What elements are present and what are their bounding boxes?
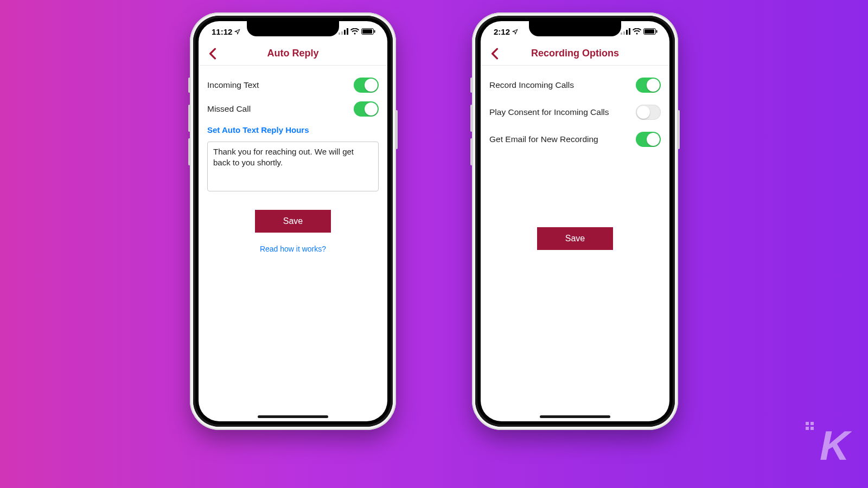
volume-up-button — [188, 105, 190, 132]
location-icon — [234, 29, 240, 35]
svg-rect-1 — [341, 31, 343, 35]
toggle-knob — [365, 102, 378, 115]
phone-screen: 2:12 Recording Options — [481, 21, 669, 421]
setting-label: Incoming Text — [207, 80, 259, 90]
toggle-record-incoming[interactable] — [636, 78, 661, 93]
svg-rect-9 — [626, 30, 628, 35]
phone-frame: 2:12 Recording Options — [475, 16, 675, 427]
phone-screen: 11:12 Auto Reply — [199, 21, 387, 421]
battery-icon — [643, 28, 658, 35]
watermark-dots-icon — [806, 422, 814, 430]
toggle-incoming-text[interactable] — [354, 78, 379, 93]
setting-row-play-consent: Play Consent for Incoming Calls — [489, 100, 661, 124]
volume-up-button — [470, 105, 473, 132]
status-time: 2:12 — [494, 27, 510, 36]
toggle-play-consent[interactable] — [636, 105, 661, 120]
nav-title: Auto Reply — [267, 48, 318, 59]
toggle-knob — [637, 106, 650, 119]
phone-frame: 11:12 Auto Reply — [193, 16, 393, 427]
toggle-knob — [647, 133, 660, 146]
back-button[interactable] — [485, 42, 505, 65]
chevron-left-icon — [208, 48, 217, 60]
setting-row-incoming-text: Incoming Text — [207, 73, 379, 97]
svg-rect-2 — [344, 30, 346, 35]
settings-content: Record Incoming Calls Play Consent for I… — [481, 66, 669, 250]
svg-rect-12 — [644, 29, 654, 34]
status-time: 11:12 — [212, 27, 232, 36]
cellular-icon — [621, 28, 630, 35]
setting-label: Get Email for New Recording — [489, 134, 598, 144]
svg-rect-6 — [374, 30, 375, 33]
watermark-letter: K — [820, 425, 847, 466]
nav-header: Recording Options — [481, 42, 669, 66]
setting-row-missed-call: Missed Call — [207, 97, 379, 121]
svg-rect-13 — [656, 30, 658, 33]
svg-rect-5 — [362, 29, 372, 34]
phone-right: 2:12 Recording Options — [472, 12, 678, 430]
home-indicator[interactable] — [258, 415, 328, 418]
cellular-icon — [339, 28, 348, 35]
svg-rect-3 — [347, 28, 348, 35]
mute-switch — [188, 78, 190, 93]
setting-label: Play Consent for Incoming Calls — [489, 107, 609, 117]
how-it-works-link[interactable]: Read how it works? — [260, 245, 326, 253]
svg-rect-7 — [621, 33, 622, 35]
svg-rect-0 — [339, 33, 340, 35]
svg-rect-10 — [629, 28, 630, 35]
notch — [247, 21, 339, 36]
settings-content: Incoming Text Missed Call Set Auto Text … — [199, 66, 387, 253]
svg-rect-8 — [623, 31, 625, 35]
save-button[interactable]: Save — [537, 227, 613, 250]
setting-label: Record Incoming Calls — [489, 80, 574, 90]
watermark: K — [820, 425, 847, 466]
battery-icon — [361, 28, 375, 35]
chevron-left-icon — [490, 48, 499, 60]
toggle-knob — [365, 79, 378, 92]
wifi-icon — [350, 28, 359, 35]
toggle-email-recording[interactable] — [636, 132, 661, 147]
power-button — [678, 110, 680, 149]
setting-label: Missed Call — [207, 104, 251, 114]
auto-reply-textarea[interactable] — [207, 142, 379, 191]
link-row: Set Auto Text Reply Hours — [207, 121, 379, 142]
nav-header: Auto Reply — [199, 42, 387, 66]
toggle-missed-call[interactable] — [354, 101, 379, 117]
power-button — [395, 110, 398, 149]
setting-row-record-incoming: Record Incoming Calls — [489, 73, 661, 97]
phone-left: 11:12 Auto Reply — [190, 12, 396, 430]
mute-switch — [470, 78, 473, 93]
save-button[interactable]: Save — [255, 210, 331, 233]
notch — [529, 21, 621, 36]
toggle-knob — [647, 79, 660, 92]
nav-title: Recording Options — [531, 48, 619, 59]
location-icon — [512, 29, 518, 35]
home-indicator[interactable] — [540, 415, 610, 418]
set-hours-link[interactable]: Set Auto Text Reply Hours — [207, 125, 309, 134]
wifi-icon — [633, 28, 641, 35]
volume-down-button — [470, 138, 473, 165]
volume-down-button — [188, 138, 190, 165]
back-button[interactable] — [203, 42, 222, 65]
setting-row-email-recording: Get Email for New Recording — [489, 127, 661, 151]
